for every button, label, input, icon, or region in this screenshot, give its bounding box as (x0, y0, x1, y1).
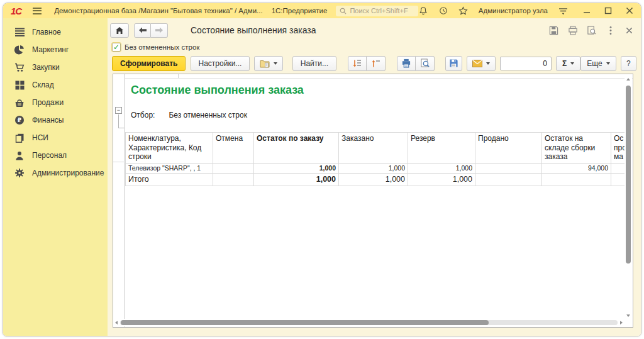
cell-order-remainder[interactable]: 1,000 (254, 163, 339, 173)
chevron-down-icon (486, 62, 490, 65)
col-sold[interactable]: Продано (475, 133, 542, 164)
more-button[interactable]: Еще (580, 56, 616, 71)
collapse-group-toggle[interactable] (115, 107, 122, 114)
sidebar-item-administrirovanie[interactable]: Администрирование (3, 164, 108, 182)
horizontal-scroll-thumb[interactable] (121, 320, 489, 325)
forward-button[interactable] (151, 23, 168, 38)
documents-icon (14, 133, 25, 143)
col-reserve[interactable]: Резерв (408, 133, 475, 164)
expand-groups-button[interactable] (348, 56, 367, 71)
cell-reserve[interactable]: 1,000 (408, 173, 475, 186)
sidebar-item-nsi[interactable]: НСИ (3, 129, 108, 147)
generate-button[interactable]: Сформировать (112, 56, 186, 71)
expand-groups-icon (352, 59, 362, 68)
favorites-star-icon[interactable] (458, 6, 469, 16)
close-window-icon[interactable] (625, 6, 635, 16)
sidebar-item-prodazhi[interactable]: Продажи (3, 94, 108, 111)
sigma-sum-button[interactable]: Σ (556, 56, 580, 71)
preview-button[interactable] (416, 56, 435, 71)
shopping-cart-icon (14, 62, 25, 72)
vertical-scrollbar[interactable] (625, 75, 632, 319)
col-order-remainder[interactable]: Остаток по заказу (254, 133, 339, 164)
sidebar-item-label: Продажи (32, 98, 64, 107)
cell-reserve[interactable]: 1,000 (408, 163, 475, 173)
sidebar-item-glavnoe[interactable]: Главное (3, 23, 108, 41)
checkbox-checked-icon (112, 43, 121, 52)
back-button[interactable] (134, 23, 151, 38)
filter-label: Отбор: (131, 111, 155, 119)
help-button[interactable]: ? (621, 56, 636, 71)
save-report-icon[interactable] (548, 25, 559, 36)
cell-assembly-warehouse[interactable] (542, 173, 611, 186)
current-user[interactable]: Администратор узла (479, 7, 548, 14)
scroll-down-arrow-icon[interactable] (626, 314, 630, 317)
sidebar-item-marketing[interactable]: Маркетинг (3, 41, 108, 58)
minimize-icon[interactable] (582, 6, 592, 16)
cell-cancel[interactable] (213, 163, 254, 173)
collapse-groups-icon (371, 59, 380, 68)
sidebar-item-zakupki[interactable]: Закупки (3, 58, 108, 76)
history-icon[interactable] (438, 6, 448, 16)
collapse-groups-button[interactable] (367, 56, 386, 71)
horizontal-scroll-track[interactable] (120, 320, 618, 325)
no-canceled-rows-checkbox[interactable]: Без отмененных строк (112, 42, 199, 53)
autosum-value-field[interactable]: 0 (500, 57, 552, 70)
report-spreadsheet: Состояние выполнения заказа Отбор:Без от… (113, 74, 633, 328)
cell-order-remainder[interactable]: 1,000 (254, 173, 339, 186)
chevron-down-icon (570, 62, 574, 65)
printer-icon (401, 58, 411, 68)
sidebar-item-label: Главное (32, 28, 61, 36)
cell-ordered[interactable]: 1,000 (339, 173, 408, 186)
kebab-menu-icon[interactable] (605, 25, 616, 36)
report-variants-button[interactable] (254, 56, 283, 71)
sidebar-item-label: Финансы (32, 116, 64, 125)
hidden-column-border (178, 74, 179, 78)
envelope-icon (472, 60, 482, 67)
col-nomenclature[interactable]: Номенклатура, Характеристика, Код строки (126, 133, 213, 164)
scroll-up-arrow-icon[interactable] (626, 78, 630, 81)
cell-assembly-warehouse[interactable]: 94,000 (542, 163, 611, 173)
cell-ordered[interactable]: 1,000 (339, 163, 408, 173)
find-button[interactable]: Найти... (292, 56, 336, 71)
send-mail-button[interactable] (467, 56, 496, 71)
main-menu-icon[interactable] (33, 8, 42, 14)
print-preview-icon[interactable] (586, 25, 597, 36)
report-table: Номенклатура, Характеристика, Код строки… (125, 132, 629, 186)
table-row: Телевизор "SHARP", , 1 1,000 1,000 1,000… (126, 163, 629, 173)
sidebar-item-sklad[interactable]: Склад (3, 76, 108, 94)
sidebar-item-label: Склад (32, 81, 54, 89)
cell-total-label[interactable]: Итого (126, 173, 213, 186)
cell-sold[interactable] (475, 163, 542, 173)
tools-menu-icon[interactable] (558, 6, 568, 16)
cell-sold[interactable] (475, 173, 542, 186)
settings-button[interactable]: Настройки... (191, 56, 250, 71)
col-ordered[interactable]: Заказано (339, 133, 408, 164)
global-search-input[interactable]: Поиск Ctrl+Shift+F (336, 6, 418, 16)
grouping-margin (113, 74, 125, 327)
notifications-bell-icon[interactable] (418, 6, 428, 16)
sidebar-item-label: НСИ (32, 133, 48, 142)
scroll-left-arrow-icon[interactable] (115, 321, 118, 325)
col-cancel[interactable]: Отмена (213, 133, 254, 164)
print-button[interactable] (397, 56, 416, 71)
print-report-icon[interactable] (567, 25, 578, 36)
cell-nomenclature[interactable]: Телевизор "SHARP", , 1 (126, 163, 213, 173)
scroll-right-arrow-icon[interactable] (620, 321, 623, 325)
col-assembly-warehouse-remainder[interactable]: Остаток на складе сборки заказа (542, 133, 611, 164)
home-button[interactable] (110, 23, 129, 38)
chevron-down-icon (274, 62, 277, 65)
sidebar-item-label: Закупки (32, 63, 60, 72)
checkbox-label: Без отмененных строк (125, 43, 199, 51)
horizontal-scrollbar[interactable] (114, 319, 624, 326)
report-window: Состояние выполнения заказа (108, 18, 641, 336)
sidebar-item-label: Персонал (32, 151, 67, 160)
vertical-scroll-thumb[interactable] (626, 86, 631, 264)
maximize-icon[interactable] (603, 6, 613, 16)
cell-cancel[interactable] (213, 173, 254, 186)
ruble-circle-icon: ₽ (14, 115, 25, 125)
chevron-down-icon (606, 62, 610, 65)
sidebar-item-personal[interactable]: Персонал (3, 147, 108, 164)
close-report-icon[interactable] (624, 25, 635, 36)
save-button[interactable] (445, 56, 462, 71)
sidebar-item-finansy[interactable]: ₽ Финансы (3, 111, 108, 129)
